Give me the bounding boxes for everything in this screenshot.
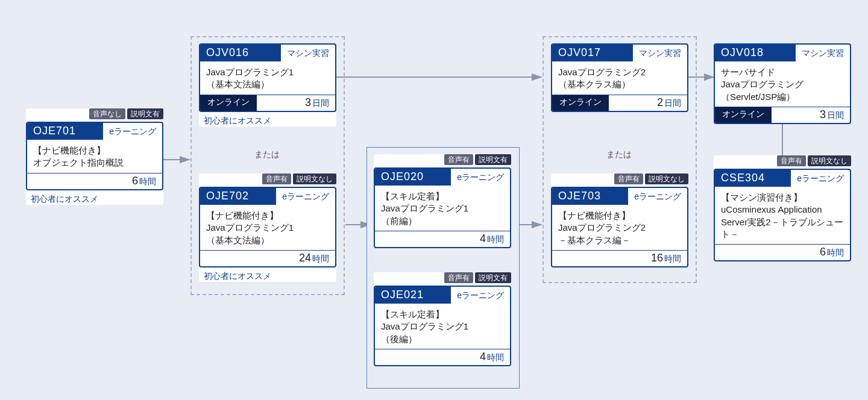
duration-value: 4: [480, 233, 486, 245]
course-code: OJE021: [375, 287, 451, 304]
tag-desc-no: 説明文なし: [293, 173, 336, 184]
course-type: eラーニング: [451, 287, 510, 304]
duration-unit: 時間: [487, 352, 504, 363]
tag-desc-yes: 説明文有: [475, 272, 511, 283]
duration-value: 6: [820, 246, 826, 258]
course-title: 【スキル定着】 Javaプログラミング1 （前編）: [375, 186, 510, 231]
tag-audio-yes: 音声有: [614, 173, 643, 184]
duration-value: 3: [305, 96, 311, 109]
course-title: Javaプログラミング1 （基本文法編）: [200, 61, 335, 95]
course-code: OJV017: [552, 45, 633, 61]
duration-value: 24: [299, 252, 311, 264]
or-label-1: または: [254, 149, 280, 160]
duration-unit: 時間: [827, 248, 844, 258]
duration-unit: 時間: [139, 177, 156, 187]
course-card-oje703[interactable]: 音声有 説明文なし OJE703 eラーニング 【ナビ機能付き】 Javaプログ…: [551, 173, 688, 267]
online-badge: オンライン: [715, 107, 772, 123]
course-title: 【ナビ機能付き】 Javaプログラミング2 －基本クラス編－: [552, 205, 687, 250]
duration-value: 6: [132, 175, 138, 187]
duration-unit: 時間: [487, 234, 504, 245]
course-card-ojv017[interactable]: OJV017 マシン実習 Javaプログラミング2 （基本クラス編） オンライン…: [551, 43, 688, 112]
course-type: eラーニング: [276, 188, 335, 205]
course-type: eラーニング: [451, 169, 510, 186]
duration-unit: 日間: [312, 98, 329, 109]
course-card-ojv016[interactable]: OJV016 マシン実習 Javaプログラミング1 （基本文法編） オンライン …: [199, 43, 336, 127]
course-type: マシン実習: [796, 45, 850, 61]
course-title: 【ナビ機能付き】 Javaプログラミング1 （基本文法編）: [200, 205, 335, 250]
course-title: サーバサイド Javaプログラミング （Servlet/JSP編）: [715, 61, 850, 107]
course-card-cse304[interactable]: 音声有 説明文なし CSE304 eラーニング 【マシン演習付き】 uCosmi…: [714, 155, 851, 261]
course-code: OJE703: [552, 188, 628, 205]
or-label-2: または: [606, 149, 632, 160]
duration-unit: 日間: [664, 98, 681, 109]
tag-desc-no: 説明文なし: [808, 155, 851, 166]
course-title: 【ナビ機能付き】 オブジェクト指向概説: [27, 140, 162, 173]
tag-audio-yes: 音声有: [444, 272, 473, 283]
beginner-note: 初心者にオススメ: [26, 194, 163, 205]
course-code: OJE701: [27, 123, 103, 140]
tag-desc-yes: 説明文有: [475, 154, 511, 165]
tag-desc-no: 説明文なし: [645, 173, 688, 184]
course-card-oje701[interactable]: 音声なし 説明文有 OJE701 eラーニング 【ナビ機能付き】 オブジェクト指…: [26, 108, 163, 205]
beginner-note: 初心者にオススメ: [199, 116, 336, 127]
tag-audio-yes: 音声有: [262, 173, 291, 184]
duration-value: 16: [651, 252, 663, 264]
beginner-note: 初心者にオススメ: [199, 271, 336, 282]
course-title: Javaプログラミング2 （基本クラス編）: [552, 61, 687, 95]
duration-value: 2: [657, 96, 663, 109]
course-title: 【マシン演習付き】 uCosminexus Application Server…: [715, 187, 850, 244]
course-code: OJV018: [715, 45, 796, 61]
online-badge: オンライン: [200, 95, 257, 111]
duration-unit: 時間: [312, 254, 329, 264]
duration-unit: 時間: [664, 254, 681, 264]
course-type: マシン実習: [633, 45, 687, 61]
online-badge: オンライン: [552, 95, 609, 111]
course-type: eラーニング: [628, 188, 687, 205]
course-card-oje702[interactable]: 音声有 説明文なし OJE702 eラーニング 【ナビ機能付き】 Javaプログ…: [199, 173, 336, 282]
course-code: CSE304: [715, 170, 791, 187]
course-type: eラーニング: [103, 123, 162, 140]
course-title: 【スキル定着】 Javaプログラミング1 （後編）: [375, 304, 510, 349]
course-card-oje020[interactable]: 音声有 説明文有 OJE020 eラーニング 【スキル定着】 Javaプログラミ…: [374, 154, 511, 248]
duration-unit: 日間: [827, 110, 844, 121]
duration-value: 4: [480, 351, 486, 363]
course-code: OJE020: [375, 169, 451, 186]
duration-value: 3: [820, 108, 826, 121]
course-card-ojv018[interactable]: OJV018 マシン実習 サーバサイド Javaプログラミング （Servlet…: [714, 43, 851, 124]
course-type: eラーニング: [791, 170, 850, 187]
course-code: OJE702: [200, 188, 276, 205]
course-type: マシン実習: [281, 45, 335, 61]
course-code: OJV016: [200, 45, 281, 61]
tag-audio-yes: 音声有: [444, 154, 473, 165]
tag-audio-yes: 音声有: [777, 155, 806, 166]
course-card-oje021[interactable]: 音声有 説明文有 OJE021 eラーニング 【スキル定着】 Javaプログラミ…: [374, 272, 511, 366]
tag-desc-yes: 説明文有: [127, 108, 163, 119]
tag-audio-no: 音声なし: [89, 108, 125, 119]
